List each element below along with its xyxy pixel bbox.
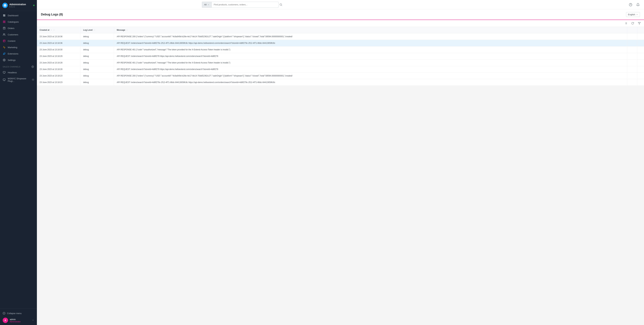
search-type-button[interactable]: All: [202, 2, 212, 8]
column-header-created-at[interactable]: Created at ···: [37, 27, 80, 33]
sidebar-item-label: Customers: [8, 33, 18, 36]
dashboard-icon: [3, 14, 6, 17]
content-area: Debug Logs (8) English: [37, 10, 644, 325]
svg-point-22: [280, 4, 282, 6]
sidebar-item-catalogues[interactable]: Catalogues: [0, 18, 37, 25]
orders-icon: [3, 27, 6, 30]
settings-icon: [3, 58, 6, 62]
refresh-button[interactable]: [630, 21, 635, 25]
svg-rect-1: [4, 21, 5, 22]
svg-rect-2: [3, 22, 4, 23]
content-icon: [3, 40, 6, 42]
table-actions-bar: [37, 20, 644, 27]
cell-action-1: [627, 66, 637, 72]
page-header: Debug Logs (8) English: [37, 10, 644, 20]
collapse-menu-button[interactable]: Collapse menu: [3, 310, 34, 316]
sidebar-item-dashboard[interactable]: Dashboard: [0, 12, 37, 18]
cell-message: API REQUEST /orders/search?storeId=4d8f2…: [114, 53, 627, 59]
table-row[interactable]: 23 June 2023 at 13:18:28 debug API REQUE…: [37, 66, 644, 72]
sidebar-item-settings[interactable]: Settings: [0, 57, 37, 63]
sidebar-item-label: Content: [8, 40, 16, 42]
table-row[interactable]: 23 June 2023 at 13:18:28 debug API RESPO…: [37, 60, 644, 66]
cell-message: API REQUEST /orders/search?storeId=4d8f2…: [114, 66, 627, 72]
sales-channels-label: Sales Channels: [3, 66, 20, 68]
cell-log-level: debug: [80, 53, 114, 59]
app-version: 6.5.2.1: [10, 6, 26, 8]
user-role: Administrator: [10, 321, 21, 323]
app-name: Administration: [10, 3, 26, 6]
filter-button[interactable]: [636, 21, 642, 25]
cell-created-at: 23 June 2023 at 13:18:36: [37, 33, 80, 40]
column-header-actions-2: [637, 27, 644, 33]
app-info: Administration 6.5.2.1: [10, 3, 26, 8]
cell-created-at: 23 June 2023 at 13:18:29: [37, 53, 80, 59]
sidebar-item-label: Settings: [8, 59, 16, 62]
svg-point-5: [3, 34, 4, 34]
svg-rect-3: [4, 22, 5, 23]
cell-action-1: [627, 46, 637, 53]
cell-message: API RESPONSE 200 {"orders":{"currency":"…: [114, 72, 627, 79]
sidebar-item-label: Catalogues: [8, 21, 19, 23]
cell-log-level: debug: [80, 60, 114, 66]
app-logo: [2, 3, 8, 8]
notifications-button[interactable]: [635, 2, 641, 8]
table-row[interactable]: 23 June 2023 at 13:18:30 debug API RESPO…: [37, 46, 644, 53]
cell-message: API REQUEST /orders/search?storeId=4d8f2…: [114, 79, 627, 86]
sidebar-nav: Dashboard Catalogues Orders Customers: [0, 11, 37, 308]
collapse-menu-label: Collapse menu: [7, 312, 22, 314]
table-row[interactable]: 23 June 2023 at 13:18:23 debug API REQUE…: [37, 79, 644, 86]
help-button[interactable]: [628, 2, 633, 8]
table-row[interactable]: 23 June 2023 at 13:18:29 debug API REQUE…: [37, 53, 644, 60]
language-selector[interactable]: English: [626, 12, 640, 17]
cell-created-at: 23 June 2023 at 13:18:30: [37, 46, 80, 53]
sidebar-item-label: Orders: [8, 27, 14, 30]
sort-icon: ···: [126, 29, 128, 31]
columns-toggle-button[interactable]: [623, 21, 628, 25]
cell-message: API RESPONSE 401 {"code":"unauthorized",…: [114, 60, 627, 66]
sidebar-item-customers[interactable]: Customers: [0, 31, 37, 38]
avatar: A: [3, 318, 8, 323]
column-header-log-level[interactable]: Log Level ···: [80, 27, 114, 33]
svg-rect-0: [3, 21, 4, 22]
cell-log-level: debug: [80, 40, 114, 46]
cell-action-2: [637, 40, 644, 46]
sidebar-item-marketing[interactable]: Marketing: [0, 44, 37, 50]
column-header-message[interactable]: Message ···: [114, 27, 627, 33]
sidebar-item-extensions[interactable]: Extensions: [0, 50, 37, 57]
user-profile[interactable]: A admin Administrator: [3, 316, 34, 323]
eye-icon: [32, 78, 34, 81]
cell-action-2: [637, 60, 644, 66]
cell-action-2: [637, 72, 644, 79]
cell-created-at: 23 June 2023 at 13:18:28: [37, 60, 80, 66]
sidebar-item-headless[interactable]: Headless: [0, 69, 37, 76]
sales-channels-section: Sales Channels: [0, 63, 37, 69]
sidebar-item-content[interactable]: Content: [0, 38, 37, 44]
svg-point-9: [4, 60, 4, 60]
cell-created-at: 23 June 2023 at 13:18:23: [37, 79, 80, 86]
add-sales-channel-button[interactable]: [31, 65, 34, 68]
svg-rect-6: [3, 40, 5, 42]
table-row[interactable]: 23 June 2023 at 13:18:36 debug API RESPO…: [37, 33, 644, 40]
search-button[interactable]: [278, 2, 283, 7]
column-header-actions-1: [627, 27, 637, 33]
sidebar-item-orders[interactable]: Orders: [0, 25, 37, 31]
cell-created-at: 23 June 2023 at 13:18:36: [37, 40, 80, 46]
cell-action-2: [637, 53, 644, 59]
cell-message: API REQUEST /orders/search?storeId=4d8f2…: [114, 40, 627, 46]
table-row[interactable]: 23 June 2023 at 13:18:23 debug API RESPO…: [37, 72, 644, 79]
cell-action-1: [627, 79, 637, 86]
sidebar-footer: Collapse menu A admin Administrator: [0, 308, 37, 325]
cell-created-at: 23 June 2023 at 13:18:28: [37, 66, 80, 72]
catalogue-icon: [3, 20, 6, 23]
sidebar-item-label: Headless: [8, 71, 17, 74]
cell-action-2: [637, 66, 644, 72]
sort-icon: ···: [94, 29, 95, 31]
debug-logs-table: Created at ··· Log Level ··· Message ···: [37, 20, 644, 86]
user-name: admin: [10, 318, 21, 321]
search-input[interactable]: [212, 2, 278, 8]
sidebar-item-wsnyc[interactable]: WSNYC Shopware Plugi...: [0, 76, 37, 84]
search-wrapper: All: [202, 2, 302, 8]
topbar-actions: [628, 2, 641, 8]
cell-message: API RESPONSE 200 {"orders":{"currency":"…: [114, 33, 627, 40]
table-row[interactable]: 23 June 2023 at 13:18:36 debug API REQUE…: [37, 40, 644, 46]
